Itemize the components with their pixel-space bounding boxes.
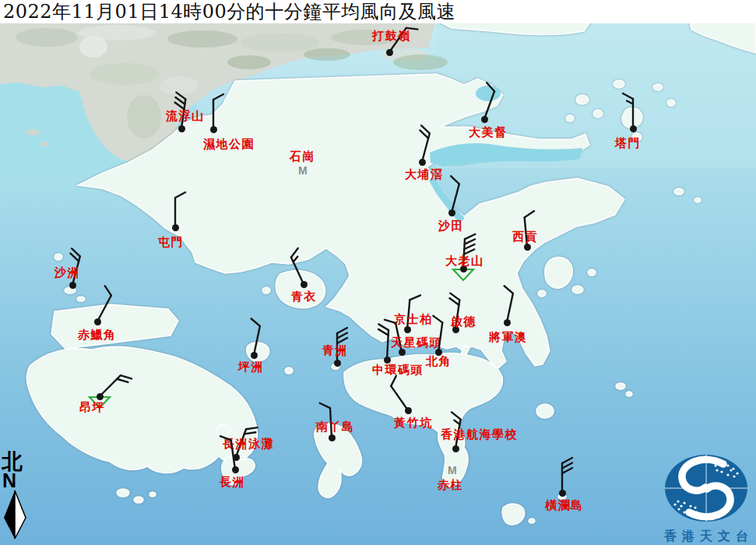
station-dot (334, 360, 341, 367)
station-label: 天星碼頭 (391, 336, 442, 350)
station-label: 沙洲 (55, 266, 80, 280)
station-dot (69, 282, 76, 289)
station-dot (232, 466, 239, 473)
station-dot (630, 125, 637, 132)
station-label: 流浮山 (166, 110, 205, 123)
station-dot (178, 125, 185, 132)
hko-logo: 香港天文台 HONG KONG OBSERVATORY (656, 453, 756, 545)
station-label: 大美督 (469, 126, 508, 139)
station-dot (97, 393, 104, 400)
station-dot (559, 490, 566, 497)
station-label: 石崗 (290, 150, 315, 164)
station-dot (301, 281, 308, 288)
station-dot (210, 126, 217, 133)
station-dot (404, 326, 411, 333)
station-label: 青衣 (291, 290, 317, 304)
station-label: 黃竹坑 (394, 417, 433, 430)
station-dot (405, 407, 412, 414)
station-label: 坪洲 (238, 360, 264, 374)
station-label: 大埔滘 (405, 168, 444, 181)
station-label: 長洲泳灘 (223, 438, 274, 451)
station-label: 濕地公園 (203, 138, 255, 151)
station-label: 沙田 (438, 220, 464, 233)
station-label: 西貢 (512, 230, 538, 244)
station-label: 橫瀾島 (545, 499, 584, 512)
station-label: 中環碼頭 (372, 364, 424, 377)
compass-north-hanzi: 北 (2, 451, 30, 472)
stations-layer: 打鼓嶺流浮山濕地公園大美督塔門M石崗大埔滘沙田屯門西貢沙洲大老山青衣赤鱲角京士柏… (0, 0, 756, 545)
station-label: 啟德 (451, 315, 476, 329)
compass-north: 北 N (2, 451, 30, 540)
station-label: 青洲 (322, 344, 348, 357)
station-dot (94, 318, 101, 325)
station-label: 赤柱 (438, 479, 463, 492)
station-dot (481, 116, 488, 123)
station-dot (504, 319, 511, 326)
station-dot (452, 445, 459, 452)
station-label: 屯門 (158, 236, 184, 249)
station-label: 赤鱲角 (78, 329, 117, 342)
station-label: 昂坪 (79, 401, 105, 414)
station-dot (251, 352, 258, 359)
station-dot (172, 224, 179, 231)
station-dot (329, 434, 336, 441)
hko-logo-name-zh: 香港天文台 (662, 529, 756, 544)
station-label: 香港航海學校 (441, 428, 518, 441)
compass-needle-icon (2, 490, 27, 540)
map-title: 2022年11月01日14時00分的十分鐘平均風向及風速 (0, 2, 455, 21)
station-dot (233, 454, 240, 461)
station-dot (524, 244, 531, 251)
compass-north-letter: N (2, 472, 30, 490)
station-label: 北角 (426, 355, 452, 368)
hko-logo-icon (659, 453, 753, 525)
station-dot (386, 49, 393, 56)
station-dot (448, 209, 455, 216)
station-label: 塔門 (615, 137, 641, 150)
station-label: 將軍澳 (489, 331, 528, 344)
station-label: 打鼓嶺 (372, 30, 411, 43)
station-dot (419, 159, 426, 166)
maintenance-marker: M (298, 165, 308, 176)
station-label: 大老山 (445, 255, 484, 268)
title-bar: 2022年11月01日14時00分的十分鐘平均風向及風速 (0, 0, 756, 23)
station-label: 長洲 (220, 476, 245, 489)
wind-map-page: 打鼓嶺流浮山濕地公園大美督塔門M石崗大埔滘沙田屯門西貢沙洲大老山青衣赤鱲角京士柏… (0, 0, 756, 545)
station-label: 京士柏 (394, 313, 433, 326)
maintenance-marker: M (448, 465, 457, 476)
station-label: 南丫島 (316, 420, 355, 434)
